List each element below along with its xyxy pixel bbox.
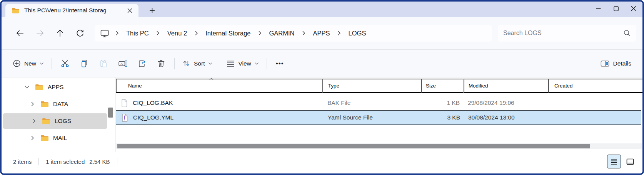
copy-icon[interactable]	[75, 55, 94, 72]
sidebar-item-label: APPS	[48, 84, 63, 91]
file-modified: 30/08/2024 13:00	[464, 114, 549, 121]
address-bar[interactable]: This PC Venu 2 Internal Storage GARMIN A…	[95, 25, 492, 42]
column-headers: Name Type Size Modified Created	[116, 79, 642, 93]
new-button-label: New	[24, 60, 36, 67]
file-rows: CIQ_LOG.BAK BAK File 1 KB 29/08/2024 19:…	[116, 96, 642, 125]
column-header-type[interactable]: Type	[322, 79, 421, 93]
chevron-right-icon[interactable]	[335, 29, 343, 38]
details-button[interactable]: Details	[596, 55, 636, 72]
search-box	[498, 25, 636, 42]
up-icon[interactable]	[50, 25, 70, 42]
forward-icon[interactable]	[30, 25, 50, 42]
sort-button[interactable]: Sort	[178, 55, 217, 72]
toolbar-divider	[267, 58, 267, 69]
sort-arrows-icon	[182, 59, 190, 67]
folder-icon	[40, 135, 49, 141]
command-bar: New	[2, 49, 642, 77]
column-header-name[interactable]: Name	[116, 79, 322, 93]
yaml-warning-document-icon	[121, 113, 128, 122]
sidebar-item-apps[interactable]: APPS	[2, 79, 115, 96]
search-input[interactable]	[503, 30, 623, 37]
column-header-size[interactable]: Size	[421, 79, 464, 93]
file-modified: 29/08/2024 19:06	[464, 99, 548, 106]
chevron-right-icon[interactable]	[31, 118, 37, 124]
explorer-tab[interactable]: This PC\Venu 2\Internal Storag	[5, 4, 138, 17]
file-explorer-window: This PC\Venu 2\Internal Storag	[0, 0, 644, 175]
rename-icon[interactable]: A	[113, 55, 132, 72]
titlebar: This PC\Venu 2\Internal Storag	[2, 2, 642, 17]
sort-button-label: Sort	[194, 60, 205, 67]
breadcrumb-garmin[interactable]: GARMIN	[265, 28, 299, 39]
breadcrumb-venu-2[interactable]: Venu 2	[164, 28, 191, 39]
sidebar-item-label: MAIL	[53, 135, 67, 141]
chevron-right-icon[interactable]	[113, 29, 121, 38]
toolbar-divider	[174, 58, 175, 69]
horizontal-scrollbar-thumb[interactable]	[117, 144, 590, 148]
monitor-icon	[100, 29, 109, 38]
close-icon[interactable]	[625, 2, 642, 15]
more-options-button[interactable]: •••	[270, 55, 289, 72]
folder-icon	[42, 118, 50, 125]
status-divider	[38, 158, 39, 165]
new-tab-button[interactable]	[147, 5, 157, 15]
sidebar-item-mail[interactable]: MAIL	[2, 130, 115, 146]
breadcrumb-apps[interactable]: APPS	[309, 28, 334, 39]
column-header-modified[interactable]: Modified	[464, 79, 548, 93]
sort-ascending-indicator	[209, 77, 214, 81]
sidebar-item-logs[interactable]: LOGS	[3, 113, 107, 129]
chevron-down-icon[interactable]	[24, 85, 30, 89]
chevron-right-icon[interactable]	[29, 135, 35, 141]
chevron-right-icon[interactable]	[300, 29, 308, 38]
toolbar-divider	[52, 58, 52, 69]
view-button-label: View	[238, 60, 251, 67]
plus-circle-icon	[13, 59, 21, 67]
navigation-bar: This PC Venu 2 Internal Storage GARMIN A…	[2, 17, 642, 49]
file-list-pane: Name Type Size Modified Created	[115, 77, 642, 152]
chevron-right-icon[interactable]	[192, 29, 200, 38]
folder-icon	[35, 84, 43, 91]
file-size: 3 KB	[422, 114, 464, 121]
explorer-body: APPS DATA LOGS	[2, 77, 642, 152]
sidebar-scrollbar-thumb[interactable]	[108, 108, 113, 118]
breadcrumb-logs[interactable]: LOGS	[345, 28, 370, 39]
file-type: BAK File	[322, 99, 421, 106]
cut-icon[interactable]	[55, 55, 75, 72]
back-icon[interactable]	[10, 25, 30, 42]
sidebar-item-data[interactable]: DATA	[2, 96, 115, 113]
horizontal-scrollbar[interactable]	[116, 143, 642, 149]
details-view-toggle[interactable]	[607, 155, 621, 168]
chevron-right-icon[interactable]	[29, 101, 35, 107]
chevron-right-icon[interactable]	[154, 29, 162, 38]
file-row-ciq-log-yml[interactable]: CIQ_LOG.YML Yaml Source File 3 KB 30/08/…	[116, 110, 641, 125]
maximize-icon[interactable]	[607, 2, 625, 15]
details-panel-icon	[601, 60, 610, 67]
tab-close-icon[interactable]	[125, 5, 135, 15]
column-header-created[interactable]: Created	[548, 79, 642, 93]
details-button-label: Details	[613, 60, 631, 67]
minimize-icon[interactable]	[589, 2, 607, 15]
selection-count: 1 item selected	[46, 158, 85, 165]
status-bar: 2 items 1 item selected 2.54 KB	[2, 152, 642, 173]
navigation-pane: APPS DATA LOGS	[2, 77, 115, 152]
selection-size: 2.54 KB	[89, 158, 110, 165]
new-button[interactable]: New	[8, 55, 48, 72]
breadcrumb-internal-storage[interactable]: Internal Storage	[202, 28, 254, 39]
folder-icon	[40, 101, 49, 108]
share-icon[interactable]	[132, 55, 152, 72]
refresh-icon[interactable]	[70, 25, 90, 42]
delete-icon[interactable]	[152, 55, 171, 72]
paste-icon[interactable]	[94, 55, 113, 72]
file-name: CIQ_LOG.YML	[133, 114, 174, 121]
chevron-down-icon	[208, 62, 212, 65]
svg-text:A: A	[120, 61, 123, 66]
chevron-down-icon	[255, 62, 259, 65]
file-type: Yaml Source File	[323, 114, 422, 121]
status-divider	[117, 158, 117, 165]
chevron-down-icon	[40, 62, 44, 65]
file-row-ciq-log-bak[interactable]: CIQ_LOG.BAK BAK File 1 KB 29/08/2024 19:…	[116, 96, 641, 110]
breadcrumb-this-pc[interactable]: This PC	[122, 28, 153, 39]
window-controls	[589, 2, 642, 17]
view-button[interactable]: View	[222, 55, 263, 72]
thumbnail-view-toggle[interactable]	[623, 155, 637, 168]
chevron-right-icon[interactable]	[256, 29, 264, 38]
